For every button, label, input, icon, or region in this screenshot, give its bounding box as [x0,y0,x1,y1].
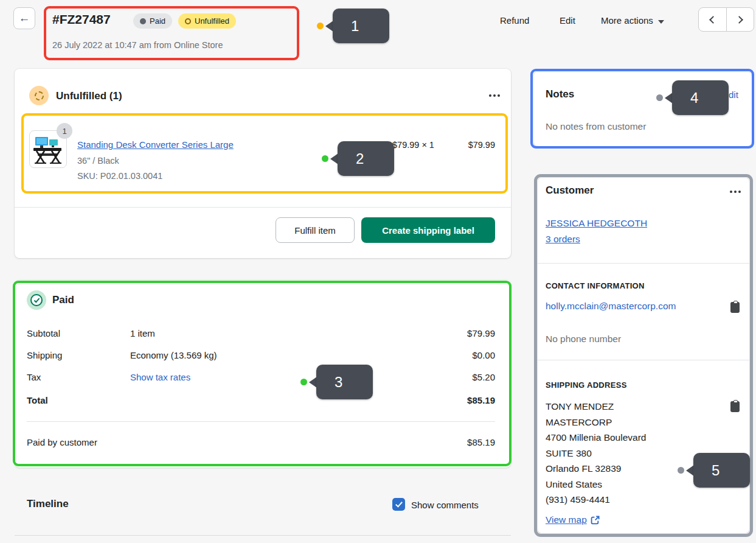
timeline-title: Timeline [27,498,69,510]
contact-information-heading: CONTACT INFORMATION [546,281,645,290]
divider [15,535,511,536]
address-line: 4700 Millenia Boulevard [546,430,646,446]
product-sku: SKU: P02.01.03.0041 [77,171,162,181]
unfulfilled-ring-icon [185,18,191,24]
row-amount: $5.20 [438,372,511,382]
callout-dot-icon [322,155,328,162]
unfulfilled-badge-label: Unfulfilled [195,16,229,26]
show-tax-rates-link[interactable]: Show tax rates [130,372,190,382]
customer-card-title: Customer [546,184,594,197]
row-label: Paid by customer [15,437,97,447]
callout-dot-icon [678,467,684,474]
chevron-left-icon [709,16,717,24]
address-line: United States [546,477,646,492]
callout-dot-icon [300,379,307,385]
row-amount: $0.00 [438,350,511,360]
shipping-address-heading: SHIPPING ADDRESS [546,380,627,390]
row-amount: $85.19 [438,395,511,405]
row-detail: 1 item [130,328,438,338]
payment-card-title: Paid [52,294,74,306]
copy-address-button[interactable] [730,400,741,413]
callout-dot-icon [656,94,663,101]
callout-number: 3 [316,365,373,399]
previous-order-button[interactable] [699,8,727,31]
fulfill-item-button[interactable]: Fulfill item [276,217,355,243]
payment-row-tax: Tax Show tax rates $5.20 [15,372,511,382]
payment-row-subtotal: Subtotal 1 item $79.99 [15,328,511,338]
chevron-right-icon [735,16,743,24]
address-line: (931) 459-4441 [546,492,646,508]
callout-marker-2: 2 [322,141,394,176]
callout-marker-5: 5 [678,453,750,488]
standing-desk-image [32,133,64,166]
shipping-address-block: TONY MENDEZ MASTERCORP 4700 Millenia Bou… [546,399,646,508]
row-amount: $85.19 [438,437,511,447]
create-shipping-label-button[interactable]: Create shipping label [361,217,495,243]
payment-row-paid-by-customer: Paid by customer $85.19 [15,437,511,447]
divider [538,360,749,360]
row-label: Shipping [15,350,130,360]
check-icon [395,500,403,507]
order-date-subtitle: 26 July 2022 at 10:47 am from Online Sto… [52,40,223,50]
order-pagination [698,7,754,32]
address-line: Orlando FL 32839 [546,461,646,477]
customer-phone-text: No phone number [546,334,621,345]
callout-number: 5 [693,453,750,488]
next-order-button[interactable] [727,8,754,31]
paid-dot-icon [140,18,146,24]
paid-check-icon [27,290,46,310]
callout-marker-3: 3 [300,365,373,399]
payment-row-shipping: Shipping Economy (13.569 kg) $0.00 [15,350,511,360]
customer-name-link[interactable]: JESSICA HEDGECOTH [546,218,647,229]
payment-row-total: Total $85.19 [15,395,511,405]
copy-email-button[interactable] [730,301,741,314]
callout-number: 4 [672,80,729,115]
external-link-icon [591,516,600,525]
row-label: Total [15,395,130,405]
address-line: MASTERCORP [546,415,646,430]
callout-marker-1: 1 [317,9,389,43]
product-title-link[interactable]: Standing Desk Converter Series Large [77,139,234,150]
more-actions-label: More actions [601,15,653,26]
address-line: TONY MENDEZ [546,399,646,415]
row-label: Subtotal [15,328,130,338]
row-amount: $79.99 [438,328,511,338]
more-actions-button[interactable]: More actions [601,15,664,26]
view-map-link[interactable]: View map [546,514,587,525]
row-detail: Economy (13.569 kg) [130,350,438,360]
status-badge-unfulfilled: Unfulfilled [178,13,236,29]
callout-number: 2 [338,141,394,176]
address-line: SUITE 380 [546,446,646,461]
customer-card-menu-button[interactable] [727,188,743,195]
edit-button[interactable]: Edit [560,15,575,26]
unfulfilled-status-icon [29,86,49,105]
show-comments-checkbox[interactable] [392,498,405,511]
refund-button[interactable]: Refund [500,15,529,26]
notes-card-title: Notes [546,88,574,100]
row-label: Tax [15,372,130,382]
back-arrow-icon: ← [19,12,30,25]
item-line-total: $79.99 [434,140,495,150]
customer-orders-link[interactable]: 3 orders [546,234,580,245]
divider [27,421,495,422]
back-button[interactable]: ← [13,7,35,29]
callout-dot-icon [317,23,324,29]
notes-empty-text: No notes from customer [546,121,646,132]
product-variant: 36" / Black [77,156,119,166]
callout-marker-4: 4 [656,80,729,115]
unfulfilled-card-menu-button[interactable] [487,92,502,99]
customer-email-link[interactable]: holly.mcclain@mastercorp.com [546,300,687,313]
chevron-down-icon [658,20,664,24]
status-badge-paid: Paid [133,13,172,29]
callout-number: 1 [333,9,389,43]
quantity-badge: 1 [57,123,72,139]
divider [538,263,749,264]
divider [15,207,511,208]
unfulfilled-card-title: Unfulfilled (1) [56,90,122,102]
show-comments-label: Show comments [411,500,479,510]
paid-badge-label: Paid [150,16,165,26]
item-price-qty: $79.99 × 1 [392,140,434,150]
page-title: #FZ27487 [52,12,111,27]
